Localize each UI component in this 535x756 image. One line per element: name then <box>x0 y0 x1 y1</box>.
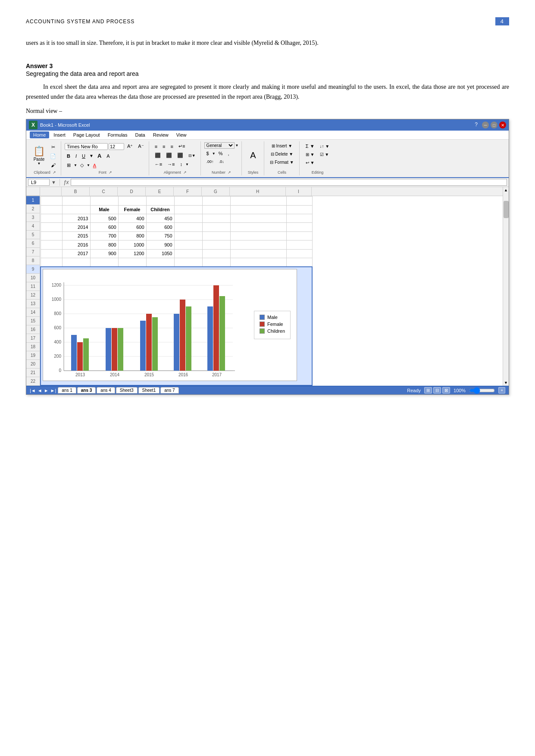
cell-B8[interactable] <box>62 258 90 266</box>
cell-I7[interactable] <box>286 249 312 258</box>
scroll-up-button[interactable]: ▲ <box>504 187 508 192</box>
number-format-select[interactable]: General <box>204 142 235 149</box>
merge-center-button[interactable]: ⊟▼ <box>186 152 198 159</box>
menu-home[interactable]: Home <box>30 131 49 138</box>
align-middle-left-button[interactable]: ⬛ <box>153 151 163 159</box>
cell-B2[interactable] <box>62 205 90 214</box>
cell-E8[interactable] <box>146 258 174 266</box>
cell-G5[interactable] <box>202 231 230 240</box>
cut-button[interactable]: ✂ <box>48 143 58 151</box>
cell-C7[interactable]: 900 <box>90 249 118 258</box>
cell-reference-input[interactable] <box>28 179 50 186</box>
cell-F1[interactable] <box>174 197 202 205</box>
copy-button[interactable]: 📄 <box>48 152 58 160</box>
cell-I6[interactable] <box>286 241 312 249</box>
borders-button[interactable]: ⊞ <box>65 161 73 169</box>
cell-C4[interactable]: 600 <box>90 223 118 231</box>
cell-H5[interactable] <box>230 231 286 240</box>
cell-E7[interactable]: 1050 <box>146 249 174 258</box>
align-middle-center-button[interactable]: ⬛ <box>164 151 174 159</box>
cell-D2[interactable]: Female <box>118 205 146 214</box>
cell-E5[interactable]: 750 <box>146 231 174 240</box>
cell-F6[interactable] <box>174 241 202 249</box>
menu-view[interactable]: View <box>173 131 190 138</box>
increase-indent-button[interactable]: →≡ <box>165 160 177 168</box>
cell-F8[interactable] <box>174 258 202 266</box>
format2-button[interactable]: ☑ ▼ <box>318 151 332 158</box>
cell-F7[interactable] <box>174 249 202 258</box>
italic-button[interactable]: I <box>73 152 79 160</box>
clear-button[interactable]: ↩ ▼ <box>303 159 317 166</box>
wrap-text-button[interactable]: ↵≡ <box>176 142 187 150</box>
cell-H6[interactable] <box>230 241 286 249</box>
cell-I8[interactable] <box>286 258 312 266</box>
decrease-font-button[interactable]: A⁻ <box>136 142 146 150</box>
underline-button[interactable]: U <box>80 152 88 160</box>
format-cells-button[interactable]: ⊟ Format ▼ <box>268 159 296 166</box>
zoom-in-button[interactable]: + <box>498 387 505 394</box>
cell-H4[interactable] <box>230 223 286 231</box>
close-button[interactable]: ✕ <box>499 122 506 128</box>
cell-A5[interactable] <box>41 231 62 240</box>
cell-B3[interactable]: 2013 <box>62 214 90 222</box>
cell-D7[interactable]: 1200 <box>118 249 146 258</box>
insert-cells-button[interactable]: ⊞ Insert ▼ <box>268 142 296 150</box>
sheet-nav-prev[interactable]: ◄ <box>38 388 42 393</box>
cell-G1[interactable] <box>202 197 230 205</box>
sheet-nav-next[interactable]: ► <box>44 388 49 393</box>
cell-C8[interactable] <box>90 258 118 266</box>
cell-D6[interactable]: 1000 <box>118 241 146 249</box>
menu-review[interactable]: Review <box>150 131 172 138</box>
menu-insert[interactable]: Insert <box>50 131 69 138</box>
cell-A2[interactable] <box>41 205 62 214</box>
page-layout-view-button[interactable]: ⊟ <box>433 387 441 394</box>
cell-H3[interactable] <box>230 214 286 222</box>
cell-F4[interactable] <box>174 223 202 231</box>
cell-C1[interactable] <box>90 197 118 205</box>
sheet-tab-ans3[interactable]: ans 3 <box>77 387 96 394</box>
bold-button[interactable]: B <box>65 152 72 160</box>
font-color-A-button[interactable]: A <box>95 151 103 160</box>
cell-D5[interactable]: 800 <box>118 231 146 240</box>
cell-F5[interactable] <box>174 231 202 240</box>
vertical-scrollbar[interactable]: ▲ ▼ <box>503 187 509 386</box>
cell-C3[interactable]: 500 <box>90 214 118 222</box>
delete-cells-button[interactable]: ⊟ Delete ▼ <box>268 150 296 158</box>
formula-input[interactable] <box>71 179 507 186</box>
sheet-nav-first[interactable]: |◄ <box>30 388 36 393</box>
sort-button[interactable]: ↕ <box>178 160 185 168</box>
currency-button[interactable]: $ <box>204 150 211 157</box>
cell-I1[interactable] <box>286 197 312 205</box>
cell-C6[interactable]: 800 <box>90 241 118 249</box>
chart-cell[interactable]: 0 200 400 600 800 1000 1200 <box>41 267 312 385</box>
cell-D4[interactable]: 600 <box>118 223 146 231</box>
fill-color-button[interactable]: ◇ <box>78 161 86 169</box>
increase-font-button[interactable]: A⁺ <box>125 142 135 150</box>
page-break-view-button[interactable]: ⊠ <box>442 387 450 394</box>
help-icon[interactable]: ? <box>475 122 478 128</box>
sheet-nav-last[interactable]: ►| <box>50 388 56 393</box>
cell-H2[interactable] <box>230 205 286 214</box>
cell-D1[interactable] <box>118 197 146 205</box>
cell-H1[interactable] <box>230 197 286 205</box>
cell-I2[interactable] <box>286 205 312 214</box>
comma-button[interactable]: , <box>225 150 231 157</box>
cell-H7[interactable] <box>230 249 286 258</box>
menu-data[interactable]: Data <box>131 131 148 138</box>
decrease-indent-button[interactable]: ←≡ <box>153 160 164 168</box>
paste-button[interactable]: 📋 Paste ▼ <box>31 145 47 166</box>
cell-I4[interactable] <box>286 223 312 231</box>
sheet-tab-sheet3[interactable]: Sheet3 <box>116 387 138 394</box>
scroll-down-button[interactable]: ▼ <box>504 381 508 386</box>
cell-E4[interactable]: 600 <box>146 223 174 231</box>
cell-D8[interactable] <box>118 258 146 266</box>
cell-B1[interactable] <box>62 197 90 205</box>
font-name-input[interactable] <box>65 143 108 150</box>
fill-button[interactable]: ⊞ ▼ <box>303 151 317 158</box>
cell-B5[interactable]: 2015 <box>62 231 90 240</box>
cell-B7[interactable]: 2017 <box>62 249 90 258</box>
cell-E1[interactable] <box>146 197 174 205</box>
align-top-center-button[interactable]: ≡ <box>160 143 167 150</box>
cell-A4[interactable] <box>41 223 62 231</box>
cell-A6[interactable] <box>41 241 62 249</box>
